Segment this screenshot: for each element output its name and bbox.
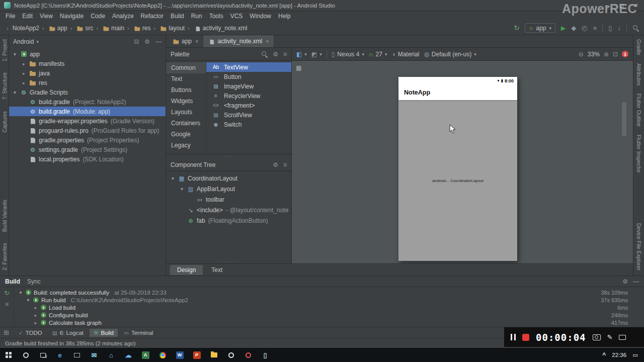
search-icon[interactable]	[261, 51, 268, 57]
gear-icon[interactable]: ⚙	[622, 278, 628, 285]
expand-arrow-icon[interactable]: ▼	[26, 298, 31, 303]
tray-expand-icon[interactable]: ^	[602, 351, 606, 358]
expand-arrow-icon[interactable]: ▸	[21, 61, 27, 66]
locale-select[interactable]: ◍ Default (en-us) ▾	[424, 51, 476, 58]
project-tree-row[interactable]: ▼ ⚙ Gradle Scripts	[9, 87, 166, 97]
menu-item[interactable]: Refactor	[137, 12, 167, 21]
menu-item[interactable]: Analyze	[109, 12, 137, 21]
store-icon[interactable]: ⌂	[103, 348, 120, 362]
expand-arrow-icon[interactable]: ▸	[21, 80, 27, 85]
tool-window-button[interactable]: ⚒ Build	[90, 329, 118, 337]
photos-app-icon[interactable]	[222, 348, 239, 362]
expand-arrow-icon[interactable]: ▼	[179, 187, 185, 192]
palette-category[interactable]: Layouts	[166, 107, 206, 118]
project-tree-row[interactable]: ▸ manifests	[9, 59, 166, 68]
screenshot-camera-icon[interactable]	[593, 334, 601, 340]
palette-category[interactable]: Containers	[166, 118, 206, 129]
project-tree-row[interactable]: proguard-rules.pro (ProGuard Rules for a…	[9, 126, 166, 135]
expand-arrow-icon[interactable]: ▼	[18, 290, 23, 295]
pause-recording-button[interactable]	[511, 334, 516, 340]
component-tree-row[interactable]: ⊕ fab (FloatingActionButton)	[166, 215, 291, 226]
menu-item[interactable]: Help	[275, 12, 294, 21]
project-tree-row[interactable]: ▼ app	[9, 49, 166, 59]
debug-icon[interactable]: ◆	[571, 25, 576, 31]
component-tree-row[interactable]: ↘ <include> - @layout/content_note	[166, 205, 291, 215]
tool-stripe-button[interactable]: Flutter Outline	[636, 94, 642, 127]
palette-category[interactable]: Common	[166, 62, 206, 73]
preview-app-bar[interactable]: NoteApp	[398, 85, 517, 100]
editor-tab[interactable]: activity_note.xml ×	[203, 35, 274, 47]
expand-arrow-icon[interactable]: ▸	[33, 320, 38, 325]
expand-arrow-icon[interactable]: ▼	[12, 90, 18, 95]
gear-icon[interactable]: ⚙	[273, 51, 278, 58]
editor-tab[interactable]: app ×	[168, 35, 203, 47]
project-view-select[interactable]: Android	[13, 38, 34, 45]
close-tab-icon[interactable]: ×	[195, 38, 198, 44]
tool-window-switcher-icon[interactable]: ⊞	[4, 329, 9, 336]
view-options-icon[interactable]: ≡	[283, 51, 287, 58]
breadcrumb-item[interactable]: › NoteApp2	[5, 25, 41, 32]
tool-stripe-button[interactable]: 1: Project	[2, 39, 8, 61]
tool-stripe-button[interactable]: 2: Favorites	[2, 243, 8, 270]
project-tree-row[interactable]: local.properties (SDK Location)	[9, 154, 166, 164]
breadcrumb-item[interactable]: › layout	[152, 25, 186, 32]
gear-icon[interactable]: ⚙	[273, 161, 278, 168]
menu-item[interactable]: View	[36, 12, 56, 21]
tool-stripe-button[interactable]: Gradle	[636, 39, 642, 55]
project-tree-row[interactable]: ▸ res	[9, 78, 166, 87]
tool-stripe-button[interactable]: 7: Structure	[2, 72, 8, 100]
your-phone-icon[interactable]: ▯	[257, 348, 274, 362]
android-studio-icon[interactable]: A	[137, 348, 154, 362]
action-center-icon[interactable]: ▭	[632, 351, 638, 358]
breadcrumb-item[interactable]: › res	[126, 25, 152, 32]
zoom-fit-icon[interactable]: ⊡	[613, 51, 618, 58]
view-options-icon[interactable]: ≡	[283, 161, 287, 168]
search-button[interactable]	[17, 348, 34, 362]
canvas-scrollbar[interactable]	[622, 102, 626, 136]
mode-tab[interactable]: Text	[204, 265, 229, 275]
gear-icon[interactable]: ⚙	[144, 38, 150, 45]
avd-manager-icon[interactable]: ▯	[608, 25, 612, 31]
build-step-row[interactable]: ▼ Build: completed successfully at 25-09…	[14, 289, 644, 296]
menu-item[interactable]: Run	[188, 12, 206, 21]
component-tree-row[interactable]: ▭ toolbar	[166, 194, 291, 205]
menu-item[interactable]: Tools	[206, 12, 227, 21]
device-preview[interactable]: ▾ ▮ 8:00 NoteApp android... CoordinatorL…	[398, 77, 517, 261]
component-tree-row[interactable]: ▼ ▦ CoordinatorLayout	[166, 173, 291, 184]
expand-arrow-icon[interactable]: ▼	[170, 176, 176, 181]
restart-build-icon[interactable]: ↻	[4, 290, 9, 297]
device-select[interactable]: ▯ Nexus 4 ▾	[332, 51, 364, 58]
hide-panel-icon[interactable]: —	[155, 38, 162, 45]
close-tab-icon[interactable]: ×	[266, 38, 269, 44]
hide-panel-icon[interactable]: —	[633, 278, 639, 285]
tool-stripe-button[interactable]: Attributes	[636, 63, 642, 85]
palette-item[interactable]: Ab TextView	[206, 62, 291, 72]
component-tree-row[interactable]: ▼ ▥ AppBarLayout	[166, 184, 291, 194]
breadcrumb-item[interactable]: › main	[95, 25, 126, 32]
gradle-sync-icon[interactable]: ↻	[514, 25, 519, 31]
build-step-row[interactable]: ▸ Calculate task graph 417ms	[14, 319, 644, 326]
expand-arrow-icon[interactable]: ▸	[33, 305, 38, 310]
stop-icon[interactable]: ■	[593, 25, 597, 31]
zoom-in-icon[interactable]: ⊕	[604, 51, 609, 58]
sdk-manager-icon[interactable]: ↓	[618, 25, 621, 31]
api-level-select[interactable]: ∩ 27 ▾	[369, 51, 387, 58]
mode-tab[interactable]: Design	[170, 265, 203, 275]
zoom-out-icon[interactable]: ⊖	[579, 51, 584, 58]
file-explorer-icon[interactable]	[205, 348, 222, 362]
chrome-browser-icon[interactable]	[154, 348, 171, 362]
tool-stripe-button[interactable]: Captures	[2, 111, 8, 133]
expand-arrow-icon[interactable]: ▸	[33, 313, 38, 318]
collapse-all-icon[interactable]: ⊟	[134, 38, 139, 45]
edge-browser-icon[interactable]: e	[51, 348, 68, 362]
expand-arrow-icon[interactable]: ▸	[21, 71, 27, 76]
build-step-row[interactable]: ▸ Load build 6ms	[14, 304, 644, 311]
menu-item[interactable]: File	[2, 12, 19, 21]
task-view-button[interactable]	[34, 348, 51, 362]
onedrive-icon[interactable]: ☁	[120, 348, 137, 362]
menu-item[interactable]: Code	[87, 12, 109, 21]
breadcrumb-item[interactable]: › activity_note.xml	[186, 25, 249, 32]
run-configuration-select[interactable]: ∩ app ▾	[525, 23, 555, 33]
powerpoint-icon[interactable]: P	[188, 348, 205, 362]
lab-tool-icon[interactable]	[239, 348, 257, 362]
